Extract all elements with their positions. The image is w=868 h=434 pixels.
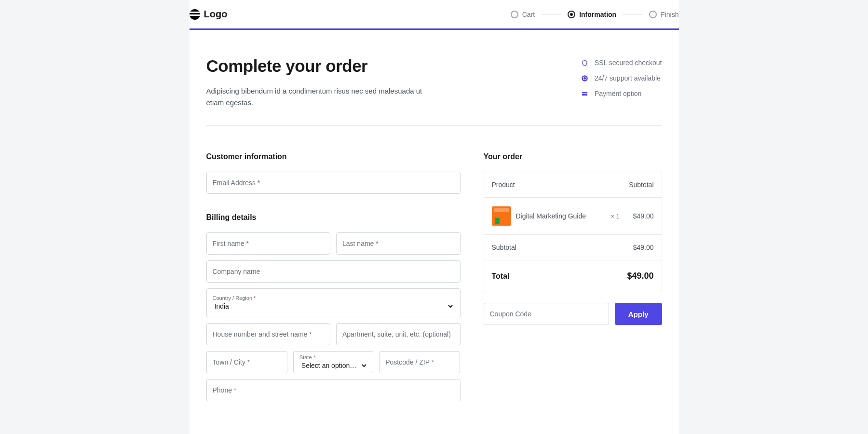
svg-rect-0 <box>582 92 587 93</box>
benefit-support: 24/7 support available <box>581 74 662 82</box>
order-line-item: Digital Marketing Guide × 1 $49.00 <box>484 198 662 235</box>
country-label: Country / Region <box>213 295 253 301</box>
last-name-field[interactable] <box>336 232 461 255</box>
benefit-ssl: SSL secured checkout <box>581 59 662 67</box>
logo[interactable]: Logo <box>190 9 228 20</box>
coupon-field[interactable] <box>484 303 609 325</box>
product-name: Digital Marketing Guide <box>516 212 597 220</box>
postcode-field[interactable] <box>379 351 460 373</box>
phone-field[interactable] <box>206 379 461 401</box>
city-input[interactable] <box>213 358 281 366</box>
product-price: $49.00 <box>633 212 654 220</box>
step-finish[interactable]: Finish <box>649 11 678 18</box>
first-name-field[interactable] <box>206 232 331 255</box>
product-qty: × 1 <box>610 213 619 220</box>
benefit-label: 24/7 support available <box>595 74 661 82</box>
step-information[interactable]: Information <box>568 11 616 18</box>
benefit-label: SSL secured checkout <box>595 59 662 67</box>
required-asterisk: * <box>254 295 256 301</box>
product-header: Product <box>492 181 515 189</box>
step-cart[interactable]: Cart <box>511 11 535 18</box>
subtotal-value: $49.00 <box>633 244 654 251</box>
checkout-steps: Cart Information Finish <box>511 11 679 18</box>
company-field[interactable] <box>206 260 461 283</box>
billing-details-heading: Billing details <box>206 213 461 222</box>
last-name-input[interactable] <box>342 240 454 247</box>
country-field[interactable]: Country / Region * India <box>206 288 461 317</box>
step-label: Cart <box>522 11 535 18</box>
coupon-input[interactable] <box>490 310 603 318</box>
step-circle-icon <box>511 11 518 18</box>
total-value: $49.00 <box>627 271 653 281</box>
state-select[interactable]: Select an option… <box>299 361 368 370</box>
step-label: Information <box>579 11 616 18</box>
life-ring-icon <box>581 74 589 82</box>
benefit-payment: Payment option <box>581 90 662 97</box>
total-label: Total <box>492 272 510 281</box>
country-select[interactable]: India <box>213 302 454 311</box>
state-label: State <box>299 354 312 360</box>
postcode-input[interactable] <box>385 358 454 366</box>
required-asterisk: * <box>313 354 315 360</box>
apartment-input[interactable] <box>342 330 454 338</box>
subtotal-header: Subtotal <box>629 181 653 189</box>
subtotal-label: Subtotal <box>492 244 516 251</box>
street-input[interactable] <box>213 330 325 338</box>
phone-input[interactable] <box>213 386 454 394</box>
step-divider <box>542 14 561 14</box>
customer-info-heading: Customer information <box>206 152 461 161</box>
order-heading: Your order <box>484 152 662 161</box>
page-subtitle: Adipiscing bibendum id a condimentum ris… <box>206 85 438 108</box>
page-title: Complete your order <box>206 56 438 76</box>
street-field[interactable] <box>206 323 331 345</box>
email-input[interactable] <box>213 179 454 187</box>
company-input[interactable] <box>213 268 454 275</box>
logo-icon <box>190 9 200 20</box>
product-thumbnail <box>492 206 511 226</box>
state-field[interactable]: State * Select an option… <box>293 351 373 373</box>
email-field[interactable] <box>206 172 461 194</box>
logo-text: Logo <box>204 9 228 20</box>
step-label: Finish <box>661 11 678 18</box>
credit-card-icon <box>581 90 589 97</box>
city-field[interactable] <box>206 351 287 373</box>
benefit-label: Payment option <box>595 90 641 97</box>
shield-icon <box>581 59 589 67</box>
order-summary: Product Subtotal Digital Marketing Guide… <box>484 172 662 292</box>
first-name-input[interactable] <box>213 240 325 247</box>
step-circle-icon <box>568 11 575 18</box>
step-divider <box>623 14 642 14</box>
step-circle-icon <box>649 11 657 18</box>
apply-coupon-button[interactable]: Apply <box>615 303 662 325</box>
apartment-field[interactable] <box>336 323 461 345</box>
svg-rect-1 <box>582 93 587 95</box>
